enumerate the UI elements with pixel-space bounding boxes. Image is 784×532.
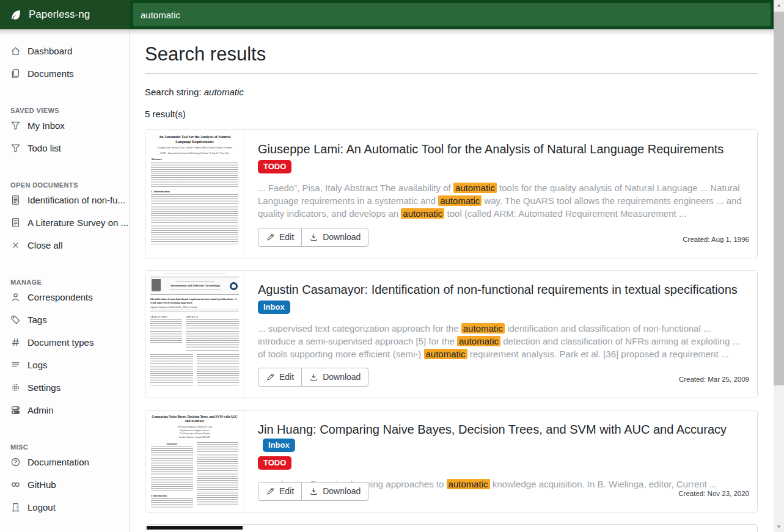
sidebar-item-tags[interactable]: Tags xyxy=(0,308,129,331)
search-string-value: automatic xyxy=(204,87,244,97)
thumb-intro-heading: 1 Introduction xyxy=(151,494,193,497)
thumb-journal-name: Information and Software Technology xyxy=(163,284,227,288)
tag-badge-inbox: Inbox xyxy=(258,301,290,314)
thumb-paper-title: An Automatic Tool for the Analysis of Na… xyxy=(151,134,238,144)
document-thumbnail[interactable]: An Automatic Tool for the Analysis of Na… xyxy=(145,130,244,258)
main-content: Search results Search string: automatic … xyxy=(130,29,774,532)
gear-icon xyxy=(10,382,21,393)
thumb-text-lines xyxy=(151,194,238,246)
result-card: ELSEVIER Information and Software Techno… xyxy=(145,270,758,398)
journal-logo xyxy=(230,282,238,290)
highlighted-term: automatic xyxy=(453,183,497,193)
edit-button[interactable]: Edit xyxy=(258,228,302,247)
sidebar-item-logs[interactable]: Logs xyxy=(0,354,129,376)
edit-button[interactable]: Edit xyxy=(258,368,302,387)
download-icon xyxy=(309,373,318,382)
sidebar-section-misc: MISC xyxy=(0,433,129,451)
app-brand[interactable]: Paperless-ng xyxy=(0,0,130,29)
scrollbar-thumb[interactable] xyxy=(774,12,784,385)
pencil-icon xyxy=(266,373,275,382)
leaf-logo-icon xyxy=(9,9,22,21)
app-title: Paperless-ng xyxy=(29,9,90,21)
scroll-down-arrow-icon[interactable]: ▼ xyxy=(774,522,784,532)
sidebar-item-label: Correspondents xyxy=(27,292,93,302)
page-scrollbar[interactable]: ▲ ▼ xyxy=(774,0,784,532)
document-title-link[interactable]: Giuseppe Lami: An Automatic Tool for the… xyxy=(258,141,749,157)
tag-badge-todo: TODO xyxy=(258,456,291,470)
sidebar-item-correspondents[interactable]: Correspondents xyxy=(0,286,129,308)
highlighted-term: automatic xyxy=(438,195,482,206)
highlighted-term: automatic xyxy=(447,479,490,489)
sidebar-item-label: GitHub xyxy=(27,479,56,490)
result-card-partial xyxy=(145,524,758,532)
sidebar-section-manage: MANAGE xyxy=(0,268,129,286)
download-button[interactable]: Download xyxy=(301,228,368,247)
sidebar-item-label: Todo list xyxy=(27,143,61,153)
x-icon xyxy=(10,240,21,250)
sidebar-item-admin[interactable]: Admin xyxy=(0,399,129,421)
scroll-up-arrow-icon[interactable]: ▲ xyxy=(774,0,784,10)
document-title-link[interactable]: Agustin Casamayor: Identification of non… xyxy=(258,282,749,297)
sidebar-item-label: Logs xyxy=(27,360,48,370)
sidebar-item-dashboard[interactable]: Dashboard xyxy=(0,40,129,62)
pencil-icon xyxy=(266,233,275,242)
pencil-icon xyxy=(266,487,275,496)
sidebar-item-document-types[interactable]: Document types xyxy=(0,331,129,354)
card-actions: Edit Download xyxy=(258,482,368,501)
document-thumbnail[interactable]: Comparing Naive Bayes, Decision Trees, a… xyxy=(145,410,244,512)
search-string-line: Search string: automatic xyxy=(145,86,758,98)
sidebar-item-todo-list[interactable]: Todo list xyxy=(0,137,129,159)
download-button[interactable]: Download xyxy=(301,482,368,501)
page-title: Search results xyxy=(145,43,758,66)
link-icon xyxy=(10,479,21,490)
sidebar-item-label: Settings xyxy=(27,382,60,393)
tag-badge-inbox: Inbox xyxy=(263,439,295,452)
funnel-icon xyxy=(10,120,21,131)
download-button[interactable]: Download xyxy=(301,368,368,387)
created-date: Created: Nov 23, 2020 xyxy=(678,490,749,497)
sidebar-item-label: Logout xyxy=(27,502,56,512)
sidebar-item-label: Document types xyxy=(27,337,93,348)
sidebar-item-label: Admin xyxy=(27,405,54,415)
sidebar-item-my-inbox[interactable]: My Inbox xyxy=(0,114,129,137)
sidebar-item-documentation[interactable]: Documentation xyxy=(0,451,129,473)
sidebar-item-github[interactable]: GitHub xyxy=(0,473,129,496)
download-icon xyxy=(309,233,318,242)
sidebar-item-open-doc-1[interactable]: Identification of non-fu... xyxy=(0,189,129,211)
created-date: Created: Aug 1, 1996 xyxy=(683,236,749,243)
result-snippet: ... Faedo”, Pisa, Italy Abstract The ava… xyxy=(258,181,749,220)
hash-icon xyxy=(10,337,21,348)
thumb-text-lines xyxy=(164,274,226,275)
document-thumbnail[interactable] xyxy=(145,525,244,532)
sidebar-item-close-all[interactable]: Close all xyxy=(0,234,129,257)
sidebar-item-documents[interactable]: Documents xyxy=(0,62,129,85)
sidebar-item-label: Tags xyxy=(27,315,47,325)
sidebar: Dashboard Documents SAVED VIEWS My Inbox… xyxy=(0,29,130,532)
sidebar-item-label: Identification of non-fu... xyxy=(27,195,125,205)
sidebar-item-settings[interactable]: Settings xyxy=(0,376,129,399)
tag-badge-todo: TODO xyxy=(258,160,291,173)
file-text-icon xyxy=(10,217,21,228)
sidebar-item-label: A Literature Survey on ... xyxy=(27,217,128,228)
divider xyxy=(145,73,758,74)
search-input[interactable] xyxy=(133,3,771,26)
result-count: 5 result(s) xyxy=(145,107,758,120)
edit-button[interactable]: Edit xyxy=(258,482,302,501)
thumb-paper-title: Comparing Naive Bayes, Decision Trees, a… xyxy=(151,415,238,423)
sidebar-item-open-doc-2[interactable]: A Literature Survey on ... xyxy=(0,211,129,234)
file-text-icon xyxy=(10,195,21,205)
person-icon xyxy=(10,292,21,302)
sidebar-item-logout[interactable]: Logout xyxy=(0,496,129,519)
thumb-paper-authors: Jin Huang Jingjing Lu Charles X. Ling xyxy=(151,426,238,429)
document-thumbnail[interactable]: ELSEVIER Information and Software Techno… xyxy=(145,271,244,398)
toggles-icon xyxy=(10,405,21,415)
highlighted-term: automatic xyxy=(424,349,467,359)
highlighted-term: automatic xyxy=(457,336,500,346)
sidebar-item-label: Dashboard xyxy=(27,46,72,56)
result-card: Comparing Naive Bayes, Decision Trees, a… xyxy=(145,410,758,512)
thumb-dark-header xyxy=(147,526,243,530)
elsevier-logo xyxy=(152,279,161,291)
sidebar-item-label: Documentation xyxy=(27,457,89,467)
document-title-link[interactable]: Jin Huang: Comparing Naive Bayes, Decisi… xyxy=(258,421,749,453)
list-icon xyxy=(10,360,21,370)
